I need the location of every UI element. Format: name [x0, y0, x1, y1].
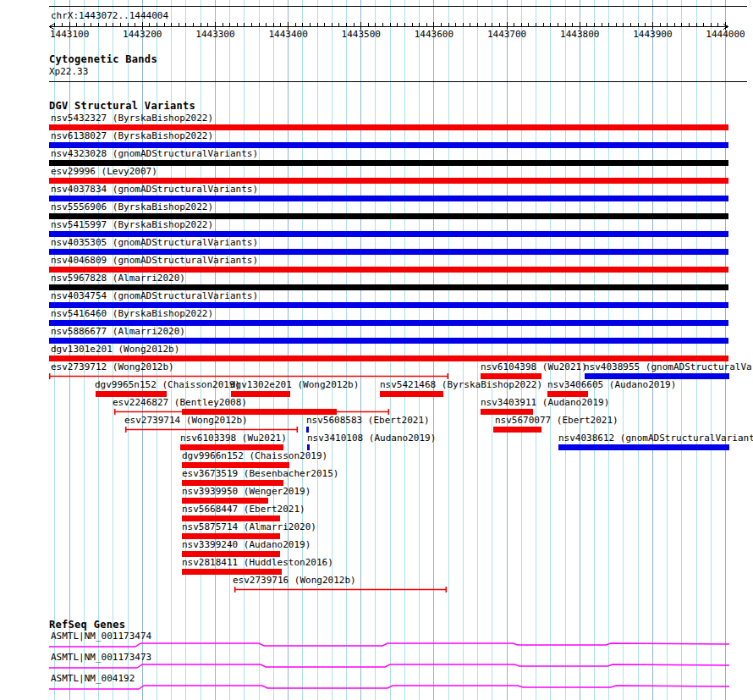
- variant-label[interactable]: nsv3399240 (Audano2019): [182, 540, 311, 550]
- variant-label[interactable]: nsv5608583 (Ebert2021): [306, 416, 430, 426]
- variant-bar[interactable]: [49, 284, 728, 290]
- variant-bar[interactable]: [182, 498, 268, 504]
- variant-bar[interactable]: [585, 373, 729, 379]
- variant-bar[interactable]: [182, 462, 289, 468]
- variant-label[interactable]: dgv1302e201 (Wong2012b): [230, 380, 359, 390]
- variant-label[interactable]: nsv3410108 (Audano2019): [307, 433, 436, 444]
- variant-label[interactable]: nsv5556906 (ByrskaBishop2022): [51, 202, 213, 212]
- variant-label[interactable]: nsv5668447 (Ebert2021): [182, 504, 305, 515]
- variant-bar[interactable]: [49, 302, 728, 308]
- variant-bar[interactable]: [182, 409, 337, 415]
- variant-label[interactable]: nsv6103398 (Wu2021): [180, 433, 287, 444]
- variant-bar[interactable]: [182, 533, 280, 539]
- gene-transcript-line[interactable]: [49, 686, 729, 689]
- variant-bar[interactable]: [49, 124, 728, 130]
- variant-bar[interactable]: [49, 320, 728, 326]
- variant-bar[interactable]: [49, 231, 728, 237]
- region-label: chrX:1443072..1444004: [51, 11, 168, 21]
- variant-bar[interactable]: [96, 391, 167, 397]
- variant-label[interactable]: nsv5416460 (ByrskaBishop2022): [51, 309, 213, 319]
- genome-browser-canvas: chrX:1443072..1444004 Cytogenetic Bands …: [0, 0, 753, 700]
- variant-label[interactable]: esv2246827 (Bentley2008): [113, 398, 247, 408]
- variant-label[interactable]: nsv5421468 (ByrskaBishop2022): [380, 380, 542, 390]
- variant-bar[interactable]: [180, 444, 283, 450]
- gene-label[interactable]: ASMTL|NM_001173473: [51, 653, 151, 663]
- variant-label[interactable]: nsv5432327 (ByrskaBishop2022): [51, 113, 213, 124]
- variant-label[interactable]: nsv5875714 (Almarri2020): [182, 522, 316, 532]
- variant-label[interactable]: dgv1301e201 (Wong2012b): [51, 344, 179, 355]
- variant-label[interactable]: esv2739716 (Wong2012b): [233, 576, 356, 586]
- variant-bar[interactable]: [49, 267, 728, 273]
- variant-label[interactable]: nsv6104398 (Wu2021): [481, 362, 587, 372]
- variant-label[interactable]: nsv4035305 (gnomADStructuralVariants): [51, 238, 258, 248]
- variant-label[interactable]: esv2739714 (Wong2012b): [124, 416, 248, 426]
- variant-label[interactable]: esv2739712 (Wong2012b): [51, 362, 174, 372]
- gene-label[interactable]: ASMTL|NM_004192: [51, 674, 135, 684]
- variant-label[interactable]: nsv3406605 (Audano2019): [547, 380, 676, 390]
- variant-bar[interactable]: [49, 213, 728, 219]
- variant-bar[interactable]: [49, 160, 728, 166]
- variant-point[interactable]: [307, 444, 310, 450]
- variant-bar[interactable]: [481, 409, 533, 415]
- variant-bar[interactable]: [380, 391, 443, 397]
- variant-label[interactable]: nsv4323028 (gnomADStructuralVariants): [51, 149, 258, 159]
- variant-label[interactable]: nsv6138027 (ByrskaBishop2022): [51, 131, 213, 141]
- section-title-dgv: DGV Structural Variants: [49, 101, 195, 111]
- variant-point[interactable]: [306, 427, 309, 433]
- variant-bar[interactable]: [182, 515, 280, 521]
- variant-label[interactable]: dgv9966n152 (Chaisson2019): [182, 451, 327, 461]
- variant-bar[interactable]: [493, 427, 541, 433]
- variant-bar[interactable]: [231, 391, 290, 397]
- variant-label[interactable]: nsv4038612 (gnomADStructuralVariants): [558, 433, 753, 444]
- variant-bar[interactable]: [49, 178, 728, 184]
- variant-label[interactable]: nsv5415997 (ByrskaBishop2022): [51, 220, 213, 230]
- variant-label[interactable]: esv3673519 (Besenbacher2015): [182, 469, 338, 479]
- variant-label[interactable]: nsv3403911 (Audano2019): [481, 398, 609, 408]
- variant-label[interactable]: esv29996 (Levy2007): [51, 167, 157, 177]
- variant-label[interactable]: dgv9965n152 (Chaisson2019): [95, 380, 240, 390]
- variant-bar[interactable]: [49, 338, 728, 344]
- variant-bar[interactable]: [182, 551, 280, 557]
- variant-label[interactable]: nsv4037834 (gnomADStructuralVariants): [51, 185, 258, 195]
- variant-bar[interactable]: [481, 373, 541, 379]
- variant-label[interactable]: nsv4038955 (gnomADStructuralVariants): [584, 362, 753, 372]
- variant-bar[interactable]: [49, 196, 728, 201]
- variant-label[interactable]: nsv5670077 (Ebert2021): [495, 416, 618, 426]
- gene-transcript-line[interactable]: [49, 643, 729, 647]
- variant-bar[interactable]: [182, 569, 282, 575]
- variant-bar[interactable]: [558, 444, 729, 450]
- variant-label[interactable]: nsv3939950 (Wenger2019): [182, 487, 311, 497]
- variant-label[interactable]: nsv5886677 (Almarri2020): [51, 327, 185, 337]
- gene-label[interactable]: ASMTL|NM_001173474: [51, 631, 151, 642]
- gene-transcript-line[interactable]: [49, 664, 729, 668]
- variant-label[interactable]: nsv4034754 (gnomADStructuralVariants): [51, 291, 258, 301]
- variant-bar[interactable]: [49, 356, 728, 361]
- variant-bar[interactable]: [182, 480, 283, 486]
- section-title-cytobands: Cytogenetic Bands: [49, 54, 157, 64]
- cytoband-label[interactable]: Xp22.33: [49, 67, 88, 77]
- variant-label[interactable]: nsv2818411 (Huddleston2016): [182, 558, 333, 568]
- variant-bar[interactable]: [49, 142, 728, 148]
- section-title-refseq: RefSeq Genes: [49, 620, 125, 630]
- variant-label[interactable]: nsv5967828 (Almarri2020): [51, 273, 185, 284]
- variant-bar[interactable]: [49, 249, 728, 255]
- variant-bar[interactable]: [547, 391, 588, 397]
- variant-label[interactable]: nsv4046809 (gnomADStructuralVariants): [51, 256, 258, 266]
